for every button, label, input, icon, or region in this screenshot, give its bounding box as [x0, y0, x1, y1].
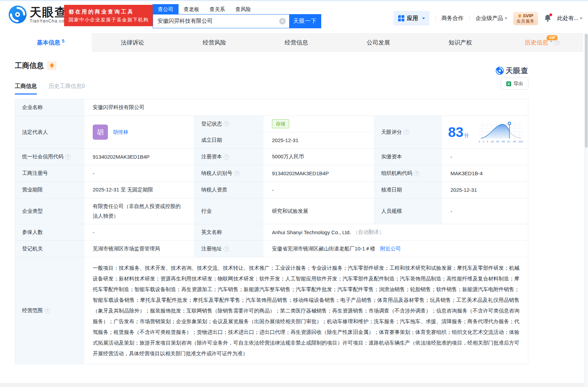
- vip-badge: VIP: [547, 35, 558, 40]
- help-icon[interactable]: [554, 40, 560, 46]
- english-name-value: Anhui Shanyi Technology Co., Ltd.（自动翻译）: [263, 224, 528, 240]
- legal-rep-link[interactable]: 胡传林: [113, 129, 128, 136]
- legal-rep-cell: 胡 胡传林: [84, 116, 194, 148]
- tianyancha-logo[interactable]: 天眼查 TianYanCha.com: [8, 5, 69, 24]
- field-value: MAK3ED1B-4: [442, 165, 528, 181]
- help-icon[interactable]: [234, 171, 240, 176]
- help-icon[interactable]: [224, 121, 229, 127]
- table-row: 工商注册号 - 纳税人识别号 91340202MAK3ED1B4P 组织机构代码…: [15, 165, 528, 182]
- chevron-down-icon: [422, 18, 425, 19]
- chart-axis-ticks: 0 1 3 15 50 85 97 99 100: [479, 140, 523, 143]
- help-icon[interactable]: [224, 246, 229, 252]
- header-nav: 应用 商务合作 企业级产品 ♛ SVIP 会员服务 此处有...: [394, 11, 582, 26]
- field-label: 参保人数: [15, 224, 84, 240]
- subtab-business-info[interactable]: 工商信息: [15, 83, 37, 95]
- score-value: 83: [448, 125, 464, 140]
- field-label: 注册地址: [194, 241, 263, 257]
- address-value: 安徽省芜湖市镜湖区赭山街道老船厂10-1＃楼附近公司: [263, 241, 528, 257]
- help-icon[interactable]: [414, 171, 419, 176]
- field-value: 有限责任公司（非自然人投资或控股的法人独资）: [84, 198, 194, 224]
- apps-label: 应用: [407, 15, 418, 22]
- search-tab-boss[interactable]: 查老板: [179, 4, 204, 14]
- tab-basic-info[interactable]: 基本信息5: [10, 33, 92, 52]
- search-button[interactable]: 天眼一下: [289, 14, 321, 28]
- tab-legal-proceedings[interactable]: 法律诉讼: [92, 33, 174, 52]
- monitor-bell-button[interactable]: [47, 61, 57, 70]
- field-label: 核准日期: [374, 182, 442, 198]
- search-area: 查公司 查老板 查关系 查风险 ✕ 天眼一下: [153, 4, 321, 28]
- help-icon[interactable]: [44, 308, 50, 314]
- tab-operating-risk[interactable]: 经营风险: [173, 33, 255, 52]
- field-value: -: [263, 182, 374, 198]
- search-tab-risk[interactable]: 查风险: [230, 4, 256, 14]
- sub-tabs: 工商信息 历史工商信息0: [15, 83, 528, 95]
- score-distribution-chart: 0 1 3 15 50 85 97 99 100: [477, 121, 525, 143]
- field-label: 实缴资本: [374, 149, 442, 165]
- table-row: 经营范围 一般项目：技术服务、技术开发、技术咨询、技术交流、技术转让、技术推广；…: [15, 257, 528, 364]
- help-icon[interactable]: [65, 154, 71, 160]
- clear-search-icon[interactable]: ✕: [279, 18, 286, 24]
- nav-enterprise-products[interactable]: 企业级产品: [476, 15, 507, 22]
- business-scope-value: 一般项目：技术服务、技术开发、技术咨询、技术交流、技术转让、技术推广；工业设计服…: [84, 257, 528, 364]
- field-label: 纳税人资质: [194, 182, 263, 198]
- field-value: 芜湖市镜湖区市场监督管理局: [84, 241, 194, 257]
- field-value: -: [84, 165, 194, 181]
- bell-icon: [49, 63, 54, 69]
- scrollbar-thumb[interactable]: [585, 34, 588, 148]
- field-label: 登记状态: [194, 116, 263, 132]
- excel-icon: [506, 81, 511, 87]
- search-box: ✕ 天眼一下: [153, 14, 321, 28]
- notifications-bell[interactable]: [544, 14, 551, 22]
- scrollbar[interactable]: [584, 33, 588, 387]
- field-value: 2025-12-31: [442, 182, 528, 198]
- site-header: 天眼查 TianYanCha.com 都在用的商业查询工具 国家中小企业发展子基…: [0, 1, 588, 33]
- search-tab-company[interactable]: 查公司: [153, 4, 179, 14]
- promo-line2: 国家中小企业发展子基金旗下机构: [69, 16, 149, 23]
- tab-company-development[interactable]: 公司发展: [337, 33, 419, 52]
- search-tabs: 查公司 查老板 查关系 查风险: [153, 4, 321, 14]
- nav-business-coop[interactable]: 商务合作: [442, 15, 464, 22]
- status-date-block: 登记状态 存续 成立日期 2025-12-31: [194, 116, 374, 148]
- bottom-divider: [0, 383, 588, 387]
- tab-history-info[interactable]: VIP 历史信息4: [501, 33, 583, 52]
- field-label: 法定代表人: [15, 116, 84, 148]
- status-badge: 存续: [272, 119, 289, 128]
- nearby-companies-link[interactable]: 附近公司: [380, 246, 401, 252]
- export-button[interactable]: 导出: [501, 78, 528, 90]
- avatar[interactable]: 胡: [93, 125, 108, 140]
- help-icon[interactable]: [224, 154, 229, 160]
- crown-icon: ♛: [518, 13, 522, 18]
- table-row: 企业名称 安徽闪羿科技有限公司: [15, 99, 528, 116]
- tianyancha-watermark: 天眼查: [496, 66, 528, 76]
- apps-grid-icon: [398, 15, 404, 21]
- user-menu[interactable]: 此处有...: [557, 15, 582, 22]
- score-cell[interactable]: 83分: [442, 116, 528, 148]
- field-label: 企业类型: [15, 198, 84, 224]
- field-label: 登记机关: [15, 241, 84, 257]
- notification-dot: [549, 13, 552, 16]
- company-name-value: 安徽闪羿科技有限公司: [84, 99, 528, 116]
- svip-member-badge[interactable]: ♛ SVIP 会员服务: [513, 12, 538, 25]
- search-input[interactable]: [153, 14, 279, 28]
- field-label: 工商注册号: [15, 165, 84, 181]
- search-tab-relation[interactable]: 查关系: [204, 4, 230, 14]
- field-value: 91340202MAK3ED1B4P: [84, 149, 194, 165]
- tab-operating-info[interactable]: 经营信息: [255, 33, 337, 52]
- table-row: 参保人数 - 英文名称 Anhui Shanyi Technology Co.,…: [15, 224, 528, 241]
- divider: [435, 16, 436, 21]
- field-label: 天眼评分: [374, 116, 442, 148]
- auto-translate-note: （自动翻译）: [353, 229, 384, 236]
- help-icon[interactable]: [404, 129, 409, 135]
- field-label: 成立日期: [194, 132, 263, 149]
- field-value: 2025-12-31 至 无固定期限: [84, 182, 194, 198]
- table-row: 法定代表人 胡 胡传林 登记状态 存续 成立日期 2025-12-31 天眼评分…: [15, 116, 528, 149]
- field-label: 统一社会信用代码: [15, 149, 84, 165]
- field-label: 注册资本: [194, 149, 263, 165]
- field-label: 经营范围: [15, 257, 84, 364]
- apps-menu[interactable]: 应用: [394, 11, 429, 26]
- field-label: 企业名称: [15, 99, 84, 116]
- tab-intellectual-property[interactable]: 知识产权: [419, 33, 501, 52]
- subtab-history-business-info[interactable]: 历史工商信息0: [49, 83, 85, 95]
- business-info-section: 工商信息 天眼查 工商信息 历史工商信息0 导出 企业名称: [15, 52, 528, 364]
- table-row: 登记机关 芜湖市镜湖区市场监督管理局 注册地址 安徽省芜湖市镜湖区赭山街道老船厂…: [15, 241, 528, 257]
